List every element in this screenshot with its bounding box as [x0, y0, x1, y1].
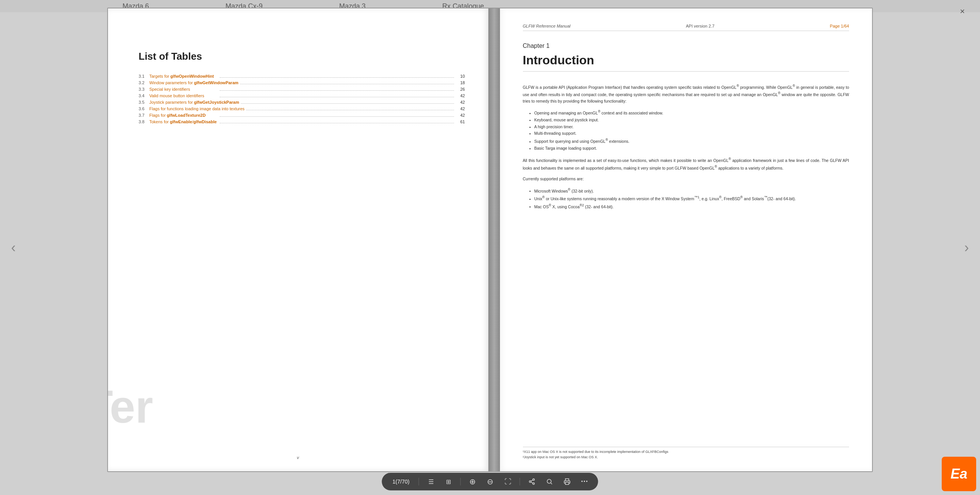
para3: Currently supported platforms are: [523, 176, 849, 182]
watermark-bottom: Ter [107, 380, 153, 433]
svg-point-5 [547, 479, 552, 484]
toc-entry-3-7: 3.7 Flags for glfwLoadTexture2D 42 [139, 113, 465, 118]
ea-badge: Ea [942, 457, 976, 491]
platform-windows: Microsoft Windows® (32-bit only). [534, 187, 849, 194]
bullet-item-4: Multi-threading support. [534, 130, 849, 137]
header-version: API version 2.7 [686, 24, 715, 28]
header-page: Page 1/64 [830, 24, 849, 28]
bullet-item-3: A high precision timer. [534, 124, 849, 131]
nav-arrow-left[interactable]: ‹ [4, 232, 23, 263]
bullet-item-2: Keyboard, mouse and joystick input. [534, 117, 849, 124]
toc-entry-3-2: 3.2 Window parameters for glfwGetWindowP… [139, 80, 465, 85]
toc-entry-3-6: 3.6 Flags for functions loading image da… [139, 106, 465, 111]
left-page: List of Tables 3.1 Targets for glfwOpenW… [108, 8, 488, 471]
footnote-2: ²Joystick input is not yet supported on … [523, 455, 849, 460]
toc-entry-3-4: 3.4 Valid mouse button identifiers 42 [139, 93, 465, 98]
svg-line-3 [531, 482, 533, 483]
more-button[interactable]: ••• [579, 476, 591, 487]
toc-entry-3-1: 3.1 Targets for glfwOpenWindowHint 10 [139, 74, 465, 78]
footnote-1: ¹X11 app on Mac OS X is not supported du… [523, 449, 849, 455]
svg-line-4 [531, 480, 533, 481]
footnote-area: ¹X11 app on Mac OS X is not supported du… [523, 447, 849, 460]
book-spine [488, 8, 500, 471]
svg-point-2 [533, 483, 535, 485]
print-button[interactable] [562, 476, 573, 487]
svg-point-1 [529, 481, 531, 483]
chapter-title: Introduction [523, 53, 849, 72]
book-container: Ma List of Tables 3.1 Targets for glfwOp… [107, 8, 873, 472]
platform-unix: Unix® or Unix-like systems running reaso… [534, 194, 849, 202]
toc-entry-3-3: 3.3 Special key identifiers 26 [139, 87, 465, 91]
bullet-item-6: Basic Targa image loading support. [534, 145, 849, 152]
toolbar-divider-1 [419, 478, 419, 485]
functionality-list: Opening and managing an OpenGL® context … [534, 109, 849, 152]
list-view-button[interactable]: ☰ [425, 476, 437, 487]
chapter-label: Chapter 1 [523, 42, 849, 49]
left-page-title: List of Tables [139, 51, 465, 62]
intro-paragraph: GLFW is a portable API (Application Prog… [523, 83, 849, 104]
nav-arrow-right[interactable]: › [957, 232, 976, 263]
svg-point-0 [533, 479, 535, 481]
close-button[interactable]: × [956, 5, 969, 18]
toolbar-divider-3 [520, 478, 520, 485]
page-header: GLFW Reference Manual API version 2.7 Pa… [523, 24, 849, 31]
platforms-list: Microsoft Windows® (32-bit only). Unix® … [534, 187, 849, 210]
grid-view-button[interactable]: ⊞ [443, 476, 454, 487]
svg-line-6 [551, 483, 552, 484]
header-title: GLFW Reference Manual [523, 24, 571, 28]
svg-rect-7 [565, 482, 569, 485]
toolbar-page-info: 1(7/70) [389, 479, 412, 485]
right-page: GLFW Reference Manual API version 2.7 Pa… [500, 8, 872, 471]
bullet-item-5: Support for querying and using OpenGL® e… [534, 137, 849, 145]
toc-entry-3-8: 3.8 Tokens for glfwEnable/glfwDisable 61 [139, 119, 465, 124]
zoom-in-button[interactable]: ⊕ [467, 476, 479, 487]
fullscreen-button[interactable]: ⛶ [502, 476, 514, 487]
toolbar: 1(7/70) ☰ ⊞ ⊕ ⊖ ⛶ ••• [382, 473, 598, 490]
bullet-item-1: Opening and managing an OpenGL® context … [534, 109, 849, 116]
search-button[interactable] [544, 476, 555, 487]
para2: All this functionality is implemented as… [523, 156, 849, 171]
share-button[interactable] [526, 476, 538, 487]
toc-list: 3.1 Targets for glfwOpenWindowHint 10 3.… [139, 74, 465, 124]
toolbar-divider-2 [461, 478, 461, 485]
left-page-number: v [297, 455, 299, 460]
platform-mac: Mac OS® X, using Cocoa®2 (32- and 64-bit… [534, 203, 849, 210]
zoom-out-button[interactable]: ⊖ [485, 476, 496, 487]
toc-entry-3-5: 3.5 Joystick parameters for glfwGetJoyst… [139, 100, 465, 105]
